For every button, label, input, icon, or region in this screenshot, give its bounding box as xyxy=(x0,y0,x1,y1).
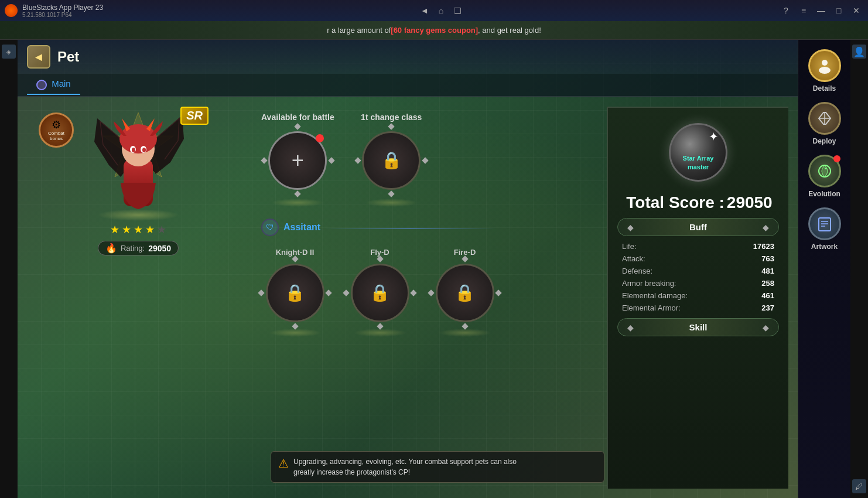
back-button[interactable]: ◄ xyxy=(27,45,50,69)
fire-icon: 🔥 xyxy=(105,243,117,254)
assistant-divider xyxy=(325,228,495,229)
stat-life: Life: 17623 xyxy=(622,242,774,251)
menu-btn[interactable]: ≡ xyxy=(797,4,811,18)
info-box: ⚠ Upgrading, advancing, evolving, etc. Y… xyxy=(271,451,604,483)
star-1: ★ xyxy=(110,223,119,236)
close-btn[interactable]: ✕ xyxy=(849,4,863,18)
stat-elemental-armor-value: 237 xyxy=(761,303,774,312)
svg-point-8 xyxy=(822,60,828,66)
diamond-right xyxy=(495,289,501,296)
pet-stars: ★ ★ ★ ★ ★ xyxy=(110,223,166,236)
pet-illustration xyxy=(91,107,185,215)
pet-left-panel: ⚙ Combatbonus SR xyxy=(27,107,250,489)
star-array-header: Star Arraymaster ✦ xyxy=(617,117,779,187)
window-controls: ? ≡ — □ ✕ xyxy=(779,4,863,18)
assistant-slot-1: Fly-D 🔒 xyxy=(346,248,414,337)
knight-slot[interactable]: 🔒 xyxy=(266,264,324,322)
evolution-icon-circle xyxy=(808,155,841,187)
artwork-button[interactable]: Artwork xyxy=(803,204,846,254)
far-right-bottom-icon[interactable]: 🖊 xyxy=(852,479,866,493)
star-shine-icon: ✦ xyxy=(709,129,719,144)
evolution-button[interactable]: Evolution xyxy=(803,151,846,202)
buff-arrow-left: ◆ xyxy=(627,223,634,232)
stat-elemental-armor: Elemental Armor: 237 xyxy=(622,303,774,312)
details-icon xyxy=(816,57,833,74)
deploy-button[interactable]: Deploy xyxy=(803,98,846,149)
battle-slot-add[interactable]: + xyxy=(268,131,327,190)
add-icon: + xyxy=(292,148,304,173)
stat-armor-breaking-value: 258 xyxy=(761,279,774,288)
banner-text-before: r a large amount of xyxy=(327,26,391,35)
banner-highlight: [60 fancy gems coupon] xyxy=(391,26,478,35)
maximize-btn[interactable]: □ xyxy=(832,4,846,18)
star-5: ★ xyxy=(157,223,166,236)
available-battle-label: Available for battle xyxy=(261,112,334,122)
far-right-top-icon[interactable]: 👤 xyxy=(852,45,866,59)
stat-defense-label: Defense: xyxy=(622,267,652,275)
diamond-top xyxy=(292,255,298,262)
fly-slot[interactable]: 🔒 xyxy=(351,264,409,322)
left-sidebar-icon[interactable]: ◈ xyxy=(2,45,16,59)
minimize-btn[interactable]: — xyxy=(814,4,828,18)
app-version: 5.21.580.1017 P64 xyxy=(22,12,103,18)
total-score-value: 29050 xyxy=(727,193,773,212)
evolution-icon xyxy=(816,162,833,180)
star-2: ★ xyxy=(122,223,131,236)
change-class-label: 1t change class xyxy=(361,112,422,122)
announcement-banner: r a large amount of [60 fancy gems coupo… xyxy=(0,21,868,40)
svg-point-6 xyxy=(132,148,135,152)
rating-badge: 🔥 Rating: 29050 xyxy=(98,241,179,255)
fly-lock-icon: 🔒 xyxy=(370,283,390,302)
diamond-right xyxy=(410,289,416,296)
combat-icon: ⚙ xyxy=(52,118,61,131)
stats-list: Life: 17623 Attack: 763 Defense: 481 Arm… xyxy=(617,242,779,312)
svg-point-9 xyxy=(819,67,831,74)
tab-main[interactable]: Main xyxy=(27,75,80,94)
deploy-icon-circle xyxy=(808,102,841,135)
stat-armor-breaking-label: Armor breaking: xyxy=(622,279,676,288)
assistant-slots-row: Knight-D II 🔒 xyxy=(261,248,595,337)
game-header: ◄ Pet xyxy=(18,40,798,74)
total-score: Total Score :29050 xyxy=(617,193,779,212)
svg-point-3 xyxy=(119,124,157,154)
help-btn[interactable]: ? xyxy=(779,4,793,18)
bluestacks-logo xyxy=(5,4,18,17)
pet-middle-panel: Available for battle + xyxy=(250,107,607,489)
star-array-label: Star Arraymaster xyxy=(683,154,714,171)
skill-arrow-left: ◆ xyxy=(627,323,634,332)
combat-bonus-button[interactable]: ⚙ Combatbonus xyxy=(39,112,74,148)
buff-label: Buff xyxy=(689,222,707,232)
titlebar-copy-btn[interactable]: ❑ xyxy=(450,4,464,18)
change-class-slot[interactable]: 🔒 xyxy=(362,131,421,190)
combat-text: Combatbonus xyxy=(48,131,64,142)
stat-elemental-damage: Elemental damage: 461 xyxy=(622,291,774,300)
tab-main-icon xyxy=(36,80,47,90)
titlebar-home-btn[interactable]: ⌂ xyxy=(434,4,448,18)
details-button[interactable]: Details xyxy=(803,46,846,96)
stat-attack-value: 763 xyxy=(761,254,774,263)
buff-section-header[interactable]: ◆ Buff ◆ xyxy=(617,218,779,236)
available-for-battle-section: Available for battle + xyxy=(261,112,334,207)
artwork-icon xyxy=(816,215,833,233)
skill-section-header[interactable]: ◆ Skill ◆ xyxy=(617,318,779,336)
app-name: BlueStacks App Player 23 xyxy=(22,4,103,12)
stat-elemental-damage-value: 461 xyxy=(761,291,774,300)
skill-label: Skill xyxy=(689,322,708,332)
tab-main-label: Main xyxy=(52,79,71,88)
info-icon: ⚠ xyxy=(278,456,289,470)
diamond-left xyxy=(428,289,434,296)
battle-slot-platform xyxy=(271,199,324,207)
pet-rank-badge: SR xyxy=(180,107,209,125)
stat-elemental-damage-label: Elemental damage: xyxy=(622,291,688,300)
assistant-slot-0: Knight-D II 🔒 xyxy=(261,248,329,337)
evolution-badge xyxy=(833,155,840,162)
stat-life-value: 17623 xyxy=(753,242,774,251)
change-class-slot-wrapper: 🔒 xyxy=(358,127,425,194)
fire-slot[interactable]: 🔒 xyxy=(436,264,494,322)
slot-notification-badge xyxy=(316,134,324,142)
titlebar-back-btn[interactable]: ◄ xyxy=(418,4,432,18)
svg-point-7 xyxy=(142,148,146,152)
pet-content: ⚙ Combatbonus SR xyxy=(18,97,798,498)
diamond-left xyxy=(343,289,349,296)
star-array-orb[interactable]: Star Arraymaster ✦ xyxy=(669,123,727,182)
